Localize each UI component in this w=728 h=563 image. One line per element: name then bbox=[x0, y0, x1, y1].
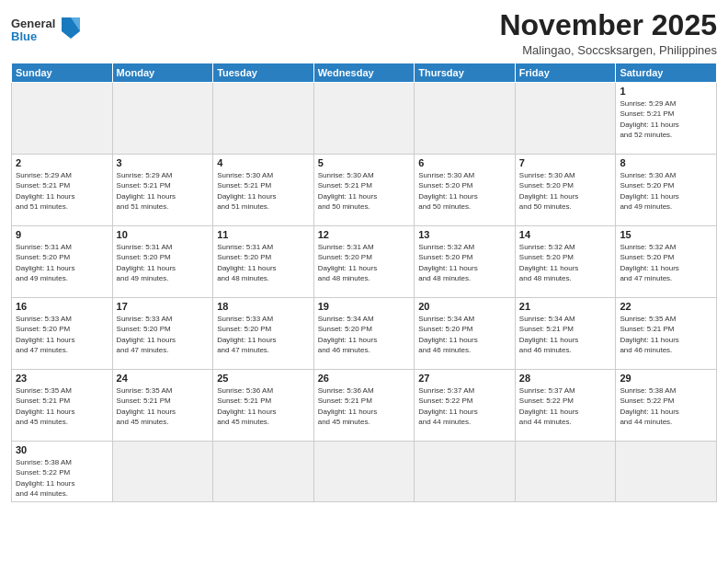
day-number: 17 bbox=[117, 301, 210, 312]
header: General Blue November 2025 Malingao, Soc… bbox=[11, 9, 717, 57]
calendar-cell: 28Sunrise: 5:37 AM Sunset: 5:22 PM Dayli… bbox=[515, 370, 616, 442]
calendar-week-1: 2Sunrise: 5:29 AM Sunset: 5:21 PM Daylig… bbox=[12, 155, 717, 226]
day-number: 22 bbox=[620, 301, 712, 312]
calendar-cell: 6Sunrise: 5:30 AM Sunset: 5:20 PM Daylig… bbox=[415, 155, 516, 226]
calendar-cell bbox=[616, 442, 717, 502]
calendar-cell bbox=[415, 83, 516, 155]
day-number: 3 bbox=[117, 157, 210, 168]
day-number: 29 bbox=[620, 373, 712, 384]
day-number: 30 bbox=[16, 444, 108, 455]
calendar-cell: 1Sunrise: 5:29 AM Sunset: 5:21 PM Daylig… bbox=[616, 83, 717, 155]
calendar-cell: 16Sunrise: 5:33 AM Sunset: 5:20 PM Dayli… bbox=[12, 298, 113, 370]
day-info: Sunrise: 5:38 AM Sunset: 5:22 PM Dayligh… bbox=[620, 385, 712, 427]
title-block: November 2025 Malingao, Soccsksargen, Ph… bbox=[499, 9, 717, 57]
calendar-header-thursday: Thursday bbox=[415, 63, 516, 83]
day-number: 7 bbox=[519, 157, 612, 168]
calendar-cell: 14Sunrise: 5:32 AM Sunset: 5:20 PM Dayli… bbox=[515, 226, 616, 298]
calendar-week-4: 23Sunrise: 5:35 AM Sunset: 5:21 PM Dayli… bbox=[12, 370, 717, 442]
day-number: 4 bbox=[217, 157, 310, 168]
day-number: 26 bbox=[318, 373, 411, 384]
calendar-week-0: 1Sunrise: 5:29 AM Sunset: 5:21 PM Daylig… bbox=[12, 83, 717, 155]
calendar-cell bbox=[313, 83, 415, 155]
day-number: 16 bbox=[16, 301, 108, 312]
calendar-cell: 24Sunrise: 5:35 AM Sunset: 5:21 PM Dayli… bbox=[112, 370, 213, 442]
day-info: Sunrise: 5:37 AM Sunset: 5:22 PM Dayligh… bbox=[519, 385, 612, 427]
calendar-cell: 30Sunrise: 5:38 AM Sunset: 5:22 PM Dayli… bbox=[12, 442, 113, 502]
day-number: 1 bbox=[620, 86, 712, 97]
calendar-cell: 4Sunrise: 5:30 AM Sunset: 5:21 PM Daylig… bbox=[213, 155, 314, 226]
day-info: Sunrise: 5:31 AM Sunset: 5:20 PM Dayligh… bbox=[318, 242, 411, 283]
calendar-header-sunday: Sunday bbox=[12, 63, 113, 83]
calendar-cell bbox=[313, 442, 415, 502]
day-number: 20 bbox=[418, 301, 511, 312]
day-number: 24 bbox=[117, 373, 210, 384]
calendar-week-2: 9Sunrise: 5:31 AM Sunset: 5:20 PM Daylig… bbox=[12, 226, 717, 298]
calendar-cell: 2Sunrise: 5:29 AM Sunset: 5:21 PM Daylig… bbox=[12, 155, 113, 226]
day-info: Sunrise: 5:34 AM Sunset: 5:20 PM Dayligh… bbox=[418, 314, 511, 355]
calendar-cell bbox=[415, 442, 516, 502]
day-info: Sunrise: 5:32 AM Sunset: 5:20 PM Dayligh… bbox=[620, 242, 712, 283]
day-info: Sunrise: 5:30 AM Sunset: 5:20 PM Dayligh… bbox=[519, 170, 612, 212]
calendar-cell bbox=[12, 83, 113, 155]
calendar-cell: 11Sunrise: 5:31 AM Sunset: 5:20 PM Dayli… bbox=[213, 226, 314, 298]
logo: General Blue bbox=[11, 9, 85, 48]
location: Malingao, Soccsksargen, Philippines bbox=[499, 43, 717, 57]
day-info: Sunrise: 5:35 AM Sunset: 5:21 PM Dayligh… bbox=[117, 385, 210, 427]
day-number: 6 bbox=[418, 157, 511, 168]
logo-icon: General Blue bbox=[11, 13, 85, 48]
calendar-cell bbox=[213, 83, 314, 155]
calendar-header-tuesday: Tuesday bbox=[213, 63, 314, 83]
day-info: Sunrise: 5:30 AM Sunset: 5:21 PM Dayligh… bbox=[318, 170, 411, 212]
day-info: Sunrise: 5:30 AM Sunset: 5:20 PM Dayligh… bbox=[418, 170, 511, 212]
calendar-table: SundayMondayTuesdayWednesdayThursdayFrid… bbox=[11, 63, 717, 502]
calendar-cell: 3Sunrise: 5:29 AM Sunset: 5:21 PM Daylig… bbox=[112, 155, 213, 226]
calendar-cell: 7Sunrise: 5:30 AM Sunset: 5:20 PM Daylig… bbox=[515, 155, 616, 226]
day-number: 18 bbox=[217, 301, 310, 312]
day-info: Sunrise: 5:30 AM Sunset: 5:20 PM Dayligh… bbox=[620, 170, 712, 212]
calendar-cell: 27Sunrise: 5:37 AM Sunset: 5:22 PM Dayli… bbox=[415, 370, 516, 442]
day-info: Sunrise: 5:31 AM Sunset: 5:20 PM Dayligh… bbox=[117, 242, 210, 283]
day-number: 13 bbox=[418, 229, 511, 240]
day-number: 8 bbox=[620, 157, 712, 168]
day-number: 21 bbox=[519, 301, 612, 312]
calendar-cell: 19Sunrise: 5:34 AM Sunset: 5:20 PM Dayli… bbox=[313, 298, 415, 370]
day-info: Sunrise: 5:33 AM Sunset: 5:20 PM Dayligh… bbox=[217, 314, 310, 355]
calendar-cell bbox=[112, 83, 213, 155]
day-info: Sunrise: 5:30 AM Sunset: 5:21 PM Dayligh… bbox=[217, 170, 310, 212]
calendar-cell: 23Sunrise: 5:35 AM Sunset: 5:21 PM Dayli… bbox=[12, 370, 113, 442]
calendar-cell: 22Sunrise: 5:35 AM Sunset: 5:21 PM Dayli… bbox=[616, 298, 717, 370]
calendar-header-row: SundayMondayTuesdayWednesdayThursdayFrid… bbox=[12, 63, 717, 83]
day-number: 14 bbox=[519, 229, 612, 240]
calendar-cell bbox=[213, 442, 314, 502]
day-number: 5 bbox=[318, 157, 411, 168]
day-info: Sunrise: 5:32 AM Sunset: 5:20 PM Dayligh… bbox=[519, 242, 612, 283]
calendar-cell bbox=[515, 83, 616, 155]
day-number: 27 bbox=[418, 373, 511, 384]
calendar-cell: 5Sunrise: 5:30 AM Sunset: 5:21 PM Daylig… bbox=[313, 155, 415, 226]
month-title: November 2025 bbox=[499, 9, 717, 41]
day-info: Sunrise: 5:29 AM Sunset: 5:21 PM Dayligh… bbox=[16, 170, 108, 212]
day-info: Sunrise: 5:38 AM Sunset: 5:22 PM Dayligh… bbox=[16, 457, 108, 499]
calendar-cell: 25Sunrise: 5:36 AM Sunset: 5:21 PM Dayli… bbox=[213, 370, 314, 442]
svg-text:Blue: Blue bbox=[11, 29, 37, 43]
day-info: Sunrise: 5:31 AM Sunset: 5:20 PM Dayligh… bbox=[217, 242, 310, 283]
day-number: 11 bbox=[217, 229, 310, 240]
calendar-header-monday: Monday bbox=[112, 63, 213, 83]
day-info: Sunrise: 5:34 AM Sunset: 5:20 PM Dayligh… bbox=[318, 314, 411, 355]
day-info: Sunrise: 5:29 AM Sunset: 5:21 PM Dayligh… bbox=[117, 170, 210, 212]
calendar-cell: 21Sunrise: 5:34 AM Sunset: 5:21 PM Dayli… bbox=[515, 298, 616, 370]
calendar-cell: 13Sunrise: 5:32 AM Sunset: 5:20 PM Dayli… bbox=[415, 226, 516, 298]
calendar-week-5: 30Sunrise: 5:38 AM Sunset: 5:22 PM Dayli… bbox=[12, 442, 717, 502]
svg-text:General: General bbox=[11, 17, 55, 30]
calendar-cell: 18Sunrise: 5:33 AM Sunset: 5:20 PM Dayli… bbox=[213, 298, 314, 370]
calendar-cell: 15Sunrise: 5:32 AM Sunset: 5:20 PM Dayli… bbox=[616, 226, 717, 298]
day-number: 12 bbox=[318, 229, 411, 240]
calendar-cell: 17Sunrise: 5:33 AM Sunset: 5:20 PM Dayli… bbox=[112, 298, 213, 370]
calendar-header-friday: Friday bbox=[515, 63, 616, 83]
calendar-week-3: 16Sunrise: 5:33 AM Sunset: 5:20 PM Dayli… bbox=[12, 298, 717, 370]
day-info: Sunrise: 5:34 AM Sunset: 5:21 PM Dayligh… bbox=[519, 314, 612, 355]
calendar-cell: 10Sunrise: 5:31 AM Sunset: 5:20 PM Dayli… bbox=[112, 226, 213, 298]
calendar-header-wednesday: Wednesday bbox=[313, 63, 415, 83]
calendar-cell: 20Sunrise: 5:34 AM Sunset: 5:20 PM Dayli… bbox=[415, 298, 516, 370]
day-info: Sunrise: 5:32 AM Sunset: 5:20 PM Dayligh… bbox=[418, 242, 511, 283]
